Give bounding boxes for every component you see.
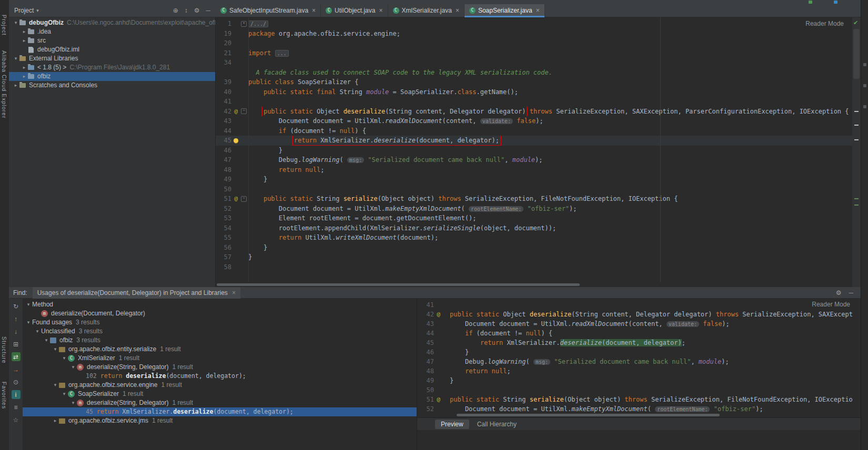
editor-line[interactable]: 52 Document document = UtilXml.makeEmpty… bbox=[417, 404, 861, 413]
intention-bulb-icon[interactable] bbox=[234, 138, 238, 143]
editor-line[interactable]: 34 bbox=[216, 58, 852, 68]
stripe-mark[interactable] bbox=[854, 111, 859, 112]
fold-marker-icon[interactable]: + bbox=[240, 19, 247, 29]
tool-strip-label-alibaba-cloud-explorer[interactable]: Alibaba Cloud Explorer bbox=[1, 50, 7, 118]
editor-line[interactable]: 46 } bbox=[417, 347, 861, 357]
chevron-down-icon[interactable]: ▾ bbox=[60, 354, 68, 363]
editor-line[interactable]: 42@public static Object deserialize(Stri… bbox=[417, 310, 861, 319]
usage-group-row[interactable]: ▸org.apache.ofbiz.service.jms1 result bbox=[23, 416, 417, 425]
editor-line[interactable]: 52 Document document = UtilXml.makeEmpty… bbox=[216, 204, 852, 214]
editor-line[interactable]: 46 } bbox=[216, 146, 852, 156]
intention-bulb-icon[interactable] bbox=[231, 136, 240, 146]
annotation-gutter-icon[interactable]: @ bbox=[231, 107, 240, 117]
preview-horizontal-scrollbar[interactable] bbox=[417, 413, 861, 417]
tab-safeobjectinputstream-java[interactable]: CSafeObjectInputStream.java× bbox=[216, 4, 321, 17]
settings-icon[interactable]: ⚙ bbox=[836, 289, 842, 296]
project-tree-item-scratches-and-consoles[interactable]: ▸Scratches and Consoles bbox=[9, 81, 215, 90]
chevron-right-icon[interactable]: ▸ bbox=[21, 36, 28, 45]
usage-group-row[interactable]: ▾CSoapSerializer1 result bbox=[23, 390, 417, 398]
fold-marker-icon[interactable]: − bbox=[240, 107, 247, 117]
pin-icon[interactable]: ⊙ bbox=[12, 377, 21, 386]
chevron-down-icon[interactable]: ▾ bbox=[12, 54, 19, 63]
usage-group-row[interactable]: ▾org.apache.ofbiz.service.engine1 result bbox=[23, 381, 417, 390]
chevron-right-icon[interactable]: ▸ bbox=[21, 72, 28, 81]
editor-line[interactable]: 57} bbox=[216, 252, 852, 262]
editor-line[interactable]: 51@− public static String serialize(Obje… bbox=[216, 194, 852, 204]
favorites-icon[interactable]: ☆ bbox=[12, 415, 21, 424]
tab-xmlserializer-java[interactable]: CXmlSerializer.java× bbox=[388, 4, 465, 17]
project-panel-title[interactable]: Project ▾ bbox=[14, 7, 39, 14]
editor-line[interactable]: 43 Document document = UtilXml.readXmlDo… bbox=[216, 116, 852, 126]
usage-result-row[interactable]: 45return XmlSerializer.deserialize(docum… bbox=[23, 407, 417, 416]
project-tree-item-debugofbiz[interactable]: ▾debugOfbizC:\Users\le.ngoc.anhd\Documen… bbox=[9, 18, 215, 27]
editor-line[interactable]: 41 bbox=[417, 300, 861, 310]
usage-group-row[interactable]: ▾Unclassified3 results bbox=[23, 327, 417, 336]
annotation-gutter-icon[interactable]: @ bbox=[231, 194, 240, 204]
project-tree-item-ofbiz[interactable]: ▸ofbiz bbox=[9, 72, 215, 81]
fold-box-icon[interactable]: − bbox=[241, 196, 247, 202]
usage-result-row[interactable]: 102return deserialize(document, delegato… bbox=[23, 372, 417, 381]
editor-line[interactable]: 44 if (document != null) { bbox=[216, 126, 852, 136]
hide-icon[interactable]: ─ bbox=[206, 7, 210, 14]
usage-group-row[interactable]: ▾org.apache.ofbiz.entity.serialize1 resu… bbox=[23, 345, 417, 354]
editor-line[interactable]: 19package org.apache.ofbiz.service.engin… bbox=[216, 29, 852, 39]
close-icon[interactable]: × bbox=[536, 7, 540, 14]
info-icon[interactable]: i bbox=[12, 390, 21, 399]
chevron-down-icon[interactable]: ▾ bbox=[52, 345, 59, 354]
toolbar-mini-icon[interactable] bbox=[834, 1, 837, 4]
usage-group-row[interactable]: ▾mdeserialize(String, Delegator)1 result bbox=[23, 363, 417, 372]
editor-line[interactable]: 55 return UtilXml.writeXmlDocument(docum… bbox=[216, 233, 852, 243]
scrollbar-thumb[interactable] bbox=[217, 283, 580, 286]
editor-line[interactable]: 39public class SoapSerializer { bbox=[216, 77, 852, 87]
tab-utilobject-java[interactable]: CUtilObject.java× bbox=[321, 4, 388, 17]
group-by-icon[interactable]: ⊞ bbox=[12, 340, 21, 349]
chevron-right-icon[interactable]: ▸ bbox=[21, 27, 28, 36]
right-toolbar-icon[interactable] bbox=[863, 63, 866, 66]
inspection-ok-icon[interactable]: ✔ bbox=[853, 19, 858, 26]
stripe-mark[interactable] bbox=[854, 125, 859, 126]
editor-line[interactable]: 41 bbox=[216, 97, 852, 107]
project-tree-item--1-8-5-[interactable]: ▸< 1.8 (5) >C:\Program Files\Java\jdk1.8… bbox=[9, 63, 215, 72]
editor-line[interactable]: 50 bbox=[216, 185, 852, 195]
collapse-all-icon[interactable]: ↕ bbox=[185, 7, 188, 14]
project-tree-item-debugofbiz-iml[interactable]: debugOfbiz.iml bbox=[9, 45, 215, 54]
editor-line[interactable]: 54 rootElement.appendChild(XmlSerializer… bbox=[216, 223, 852, 233]
editor-line[interactable]: 50 bbox=[417, 385, 861, 395]
tool-strip-label-project[interactable]: Project bbox=[1, 15, 7, 36]
annotation-gutter-icon[interactable]: @ bbox=[434, 310, 443, 319]
stripe-mark[interactable] bbox=[854, 204, 859, 206]
locate-icon[interactable]: ⊕ bbox=[173, 7, 178, 14]
chevron-right-icon[interactable]: ▸ bbox=[21, 63, 28, 72]
editor-line[interactable]: 44 if (document != null) { bbox=[417, 329, 861, 338]
tool-strip-label-structure[interactable]: Structure bbox=[1, 336, 7, 364]
project-tree-item-external-libraries[interactable]: ▾External Libraries bbox=[9, 54, 215, 63]
close-icon[interactable]: × bbox=[379, 7, 382, 14]
editor-line[interactable]: 43 Document document = UtilXml.readXmlDo… bbox=[417, 319, 861, 329]
editor-line[interactable]: 48 return null; bbox=[216, 165, 852, 175]
scrollbar-thumb[interactable] bbox=[457, 414, 720, 416]
find-results-tab[interactable]: Usages of deserialize(Document, Delegato… bbox=[33, 287, 240, 299]
settings-icon[interactable]: ⚙ bbox=[194, 7, 200, 14]
usage-group-row[interactable]: ▾Method bbox=[23, 300, 417, 309]
editor-line[interactable]: A facade class used to connect SOAP code… bbox=[216, 68, 852, 78]
tab-preview[interactable]: Preview bbox=[435, 420, 469, 429]
chevron-down-icon[interactable]: ▾ bbox=[34, 327, 41, 336]
navigate-icon[interactable]: → bbox=[12, 365, 21, 374]
project-tree-item-src[interactable]: ▸src bbox=[9, 36, 215, 45]
usage-group-row[interactable]: ▾CXmlSerializer1 result bbox=[23, 354, 417, 363]
right-toolbar-icon[interactable] bbox=[863, 105, 866, 108]
rerun-icon[interactable]: ↻ bbox=[12, 302, 21, 311]
editor-line[interactable]: 53 Element rootElement = document.getDoc… bbox=[216, 213, 852, 223]
editor-line[interactable]: 47 Debug.logWarning( msg: "Serialized do… bbox=[216, 155, 852, 165]
editor-line[interactable]: 58 bbox=[216, 262, 852, 272]
chevron-down-icon[interactable]: ▾ bbox=[43, 336, 50, 345]
error-stripe[interactable]: ✔ bbox=[852, 17, 861, 287]
fold-box-icon[interactable]: + bbox=[241, 21, 247, 27]
editor-line[interactable]: 56 } bbox=[216, 243, 852, 253]
editor-line[interactable]: 21import ... bbox=[216, 48, 852, 58]
chevron-down-icon[interactable]: ▾ bbox=[69, 363, 77, 372]
open-in-editor-icon[interactable]: ⇄ bbox=[12, 352, 21, 361]
tab-soapserializer-java[interactable]: CSoapSerializer.java× bbox=[465, 4, 545, 17]
close-icon[interactable]: × bbox=[312, 7, 316, 14]
tab-call-hierarchy[interactable]: Call Hierarchy bbox=[471, 420, 522, 429]
